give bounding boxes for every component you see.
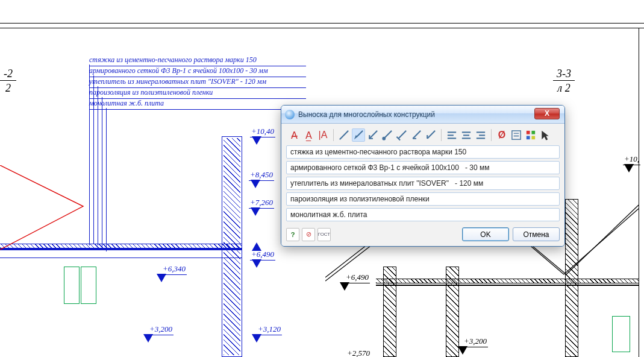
- frame-top-outer: [0, 23, 644, 24]
- svg-rect-31: [531, 131, 535, 134]
- dialog-footer: ? ⊘ ГОСТ OK Отмена: [286, 224, 560, 241]
- door-2: [81, 267, 96, 304]
- pier-black-1: [383, 267, 396, 357]
- leader-3: [98, 86, 98, 245]
- svg-rect-33: [531, 136, 535, 139]
- svg-line-7: [357, 131, 363, 137]
- diameter-icon[interactable]: Ø: [495, 128, 508, 142]
- section-mark-right-top: 3-3: [553, 68, 575, 81]
- layer-input-3[interactable]: [286, 177, 560, 190]
- pier-black-3: [565, 199, 578, 357]
- leader-dialog: Выноска для многослойных конструкций X A…: [281, 105, 565, 247]
- gost-icon[interactable]: ГОСТ: [317, 228, 331, 241]
- section-mark-right-bottom: л 2: [553, 81, 575, 95]
- leader-type-3-icon[interactable]: |A: [316, 128, 330, 142]
- toolbar-sep-1: [333, 129, 334, 141]
- svg-rect-26: [477, 137, 485, 139]
- layer-input-4[interactable]: [286, 192, 560, 206]
- elev-2570: +2,570: [346, 349, 371, 357]
- svg-rect-25: [479, 134, 485, 136]
- leader-5: [106, 108, 107, 251]
- wall-pier: [222, 136, 242, 357]
- align-right-icon[interactable]: [474, 128, 487, 142]
- cursor-icon[interactable]: [539, 128, 552, 142]
- note-line-1: стяжка из цементно-песчанного раствора м…: [89, 55, 306, 66]
- leader-4: [102, 97, 102, 248]
- leader-2: [93, 75, 94, 244]
- toolbar: A̶ A̲ |A Ø: [286, 127, 560, 145]
- layer-input-5[interactable]: [286, 208, 560, 221]
- door-1: [64, 267, 80, 304]
- no-symbol-icon[interactable]: ⊘: [302, 228, 315, 241]
- svg-rect-27: [512, 131, 521, 139]
- elev-1040-arrow: [252, 136, 261, 145]
- arrow-half2-icon[interactable]: [424, 128, 437, 142]
- elev-7260-arrow: [251, 207, 260, 216]
- toolbar-sep-2: [441, 129, 442, 141]
- svg-rect-22: [463, 134, 469, 136]
- leader-type-1-icon[interactable]: A̶: [287, 128, 301, 142]
- svg-rect-18: [448, 131, 456, 133]
- elev-6490-arrow-down: [252, 259, 261, 268]
- elev-3200-arrow: [143, 334, 153, 343]
- section-mark-left-bottom: 2: [0, 81, 16, 95]
- wall-pier-hatch: [224, 138, 240, 355]
- note-line-3: утеплитель из минераловатных плит "ISOVE…: [89, 77, 306, 88]
- leader-1: [89, 65, 90, 245]
- frame-top-inner: [0, 28, 644, 28]
- notebook-icon[interactable]: [510, 128, 523, 142]
- arrow-tick-icon[interactable]: [395, 128, 408, 142]
- dialog-titlebar[interactable]: Выноска для многослойных конструкций X: [281, 106, 564, 124]
- layer-input-1[interactable]: [286, 145, 560, 159]
- align-left-icon[interactable]: [445, 128, 458, 142]
- toolbar-sep-3: [491, 129, 492, 141]
- roof-left-red: [0, 165, 84, 251]
- elev-10-right-arrow: [624, 164, 634, 172]
- svg-rect-30: [527, 131, 530, 134]
- elev-3200-right-arrow: [458, 346, 467, 355]
- svg-line-6: [340, 131, 348, 139]
- svg-rect-20: [448, 137, 456, 139]
- close-button[interactable]: X: [534, 108, 560, 119]
- dialog-title: Выноска для многослойных конструкций: [298, 110, 561, 119]
- svg-rect-19: [448, 134, 454, 136]
- elev-6490-right-arrow: [340, 282, 349, 291]
- arrow-none-icon[interactable]: [337, 128, 351, 142]
- note-line-5: монолитная ж.б. плита: [89, 99, 306, 110]
- cancel-button[interactable]: Отмена: [513, 227, 560, 241]
- section-mark-left-top: -2: [0, 68, 16, 81]
- svg-line-10: [385, 131, 392, 137]
- arrow-dot-icon[interactable]: [381, 128, 394, 142]
- arrow-filled-icon[interactable]: [352, 128, 365, 142]
- svg-rect-21: [462, 131, 470, 133]
- ok-button[interactable]: OK: [462, 227, 509, 241]
- svg-line-16: [427, 131, 435, 139]
- arrow-open-icon[interactable]: [366, 128, 380, 142]
- elev-6490-arrow: [252, 242, 261, 251]
- svg-rect-32: [527, 136, 530, 139]
- pier-black-2: [446, 267, 459, 357]
- svg-marker-34: [542, 131, 548, 141]
- svg-line-9: [369, 131, 377, 139]
- section-mark-right: 3-3 л 2: [553, 68, 575, 95]
- note-line-2: армированного сеткой Ф3 Вр-1 с ячейкой 1…: [89, 66, 306, 77]
- window-right: [612, 316, 630, 352]
- leader-type-2-icon[interactable]: A̲: [302, 128, 315, 142]
- svg-rect-24: [477, 131, 485, 133]
- app-icon: [285, 110, 295, 119]
- dialog-body: A̶ A̲ |A Ø ?: [281, 124, 564, 246]
- svg-rect-23: [462, 137, 470, 139]
- svg-line-12: [398, 131, 406, 139]
- line-under-slab-left: [0, 257, 242, 258]
- elev-8450-arrow: [251, 180, 260, 188]
- help-icon[interactable]: ?: [286, 228, 299, 241]
- layer-input-2[interactable]: [286, 161, 560, 174]
- floor-slab-right-base: [376, 285, 639, 286]
- elev-6340-arrow: [157, 274, 166, 282]
- section-mark-left: -2 2: [0, 68, 16, 95]
- arrow-half-icon[interactable]: [410, 128, 423, 142]
- align-center-icon[interactable]: [460, 128, 473, 142]
- color-icon[interactable]: [524, 128, 537, 142]
- floor-slab-right: [376, 279, 639, 283]
- svg-line-14: [413, 131, 420, 139]
